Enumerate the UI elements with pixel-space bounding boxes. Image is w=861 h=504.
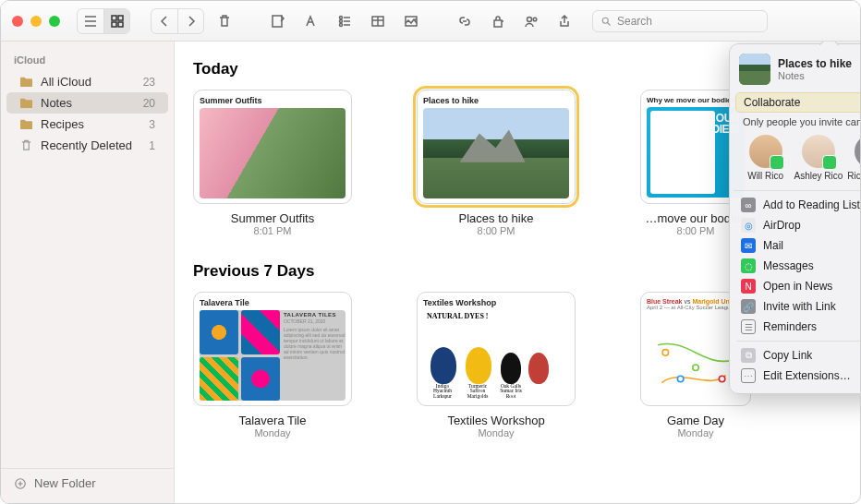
share-title: Places to hike <box>778 57 852 70</box>
avatar <box>749 135 782 168</box>
card-title: Talavera Tile <box>193 414 352 427</box>
plus-circle-icon <box>14 477 27 490</box>
search-field[interactable]: Search <box>592 10 768 32</box>
share-action-messages[interactable]: ◌Messages <box>730 256 860 276</box>
thumb-image <box>423 108 569 198</box>
gallery-view-button[interactable] <box>103 9 129 33</box>
svg-rect-3 <box>118 22 123 27</box>
lock-button[interactable] <box>485 9 511 33</box>
thumb-image <box>200 108 346 198</box>
sidebar-item-notes[interactable]: Notes 20 <box>6 92 168 114</box>
sidebar-item-label: All iCloud <box>41 75 91 89</box>
copy-link-icon: ⧉ <box>741 348 756 363</box>
checklist-button[interactable] <box>332 9 358 33</box>
more-icon: ⋯ <box>741 368 756 383</box>
folder-icon <box>19 118 33 130</box>
person-name: Ashley Rico <box>794 171 843 181</box>
notes-window: Search iCloud All iCloud 23 Notes 20 Rec… <box>0 0 861 504</box>
svg-point-18 <box>677 376 684 382</box>
share-mode-label: Collaborate <box>744 96 800 109</box>
sidebar-item-count: 23 <box>143 76 155 89</box>
share-edit-extensions[interactable]: ⋯Edit Extensions… <box>730 366 860 386</box>
svg-rect-4 <box>273 16 282 27</box>
avatar <box>802 135 835 168</box>
glasses-icon: ∞ <box>741 198 756 212</box>
share-person[interactable]: Rico Family <box>846 135 860 181</box>
sidebar-item-label: Recipes <box>41 117 84 131</box>
view-mode-group <box>77 8 130 34</box>
card-time: 8:01 PM <box>193 225 352 236</box>
svg-point-17 <box>719 376 725 382</box>
thumb-title: Textiles Workshop <box>423 298 569 307</box>
share-permission-row[interactable]: Only people you invite can edit › <box>730 113 860 135</box>
new-folder-button[interactable]: New Folder <box>1 468 174 498</box>
sidebar-item-recently-deleted[interactable]: Recently Deleted 1 <box>6 135 168 156</box>
share-action-mail[interactable]: ✉Mail <box>730 235 860 256</box>
card-title: Summer Outfits <box>193 211 352 225</box>
sidebar-item-all-icloud[interactable]: All iCloud 23 <box>6 71 168 92</box>
sidebar-section-label: iCloud <box>1 51 174 71</box>
thumb-image: NATURAL DYES ! Indigo Hyacinth Larkspur … <box>423 310 569 401</box>
folder-icon <box>19 76 33 88</box>
sidebar-item-label: Recently Deleted <box>41 138 132 152</box>
avatar <box>855 135 860 168</box>
note-card[interactable]: Places to hike Places to hike 8:00 PM <box>417 90 576 236</box>
svg-rect-0 <box>112 16 116 20</box>
share-button[interactable] <box>552 9 577 33</box>
share-person[interactable]: Will Rico <box>741 135 791 181</box>
sidebar-item-count: 3 <box>149 118 155 131</box>
card-title: Places to hike <box>417 211 576 225</box>
fullscreen-window-icon[interactable] <box>49 16 60 27</box>
table-button[interactable] <box>365 9 391 33</box>
note-card[interactable]: Textiles Workshop NATURAL DYES ! Indigo … <box>417 292 576 438</box>
search-icon <box>600 16 612 27</box>
airdrop-icon: ◎ <box>741 218 756 233</box>
new-folder-label: New Folder <box>34 476 95 490</box>
new-note-button[interactable] <box>265 9 291 33</box>
share-mode-selector[interactable]: Collaborate ⌃⌄ <box>735 92 860 113</box>
media-button[interactable] <box>398 9 424 33</box>
svg-point-11 <box>528 17 532 21</box>
thumb-image: TALAVERA TILESOCTOBER 21, 2020Lorem ipsu… <box>200 310 346 401</box>
share-action-reminders[interactable]: ☰Reminders <box>730 317 860 337</box>
note-card[interactable]: Summer Outfits Summer Outfits 8:01 PM <box>193 90 352 236</box>
share-action-reading-list[interactable]: ∞Add to Reading List <box>730 195 860 215</box>
share-person[interactable]: Ashley Rico <box>794 135 843 181</box>
list-view-button[interactable] <box>78 9 103 33</box>
link-button[interactable] <box>452 9 478 33</box>
sidebar: iCloud All iCloud 23 Notes 20 Recipes 3 … <box>1 42 175 503</box>
svg-point-12 <box>533 18 537 21</box>
sidebar-item-count: 20 <box>143 97 155 110</box>
person-name: Will Rico <box>741 171 791 181</box>
folder-icon <box>19 97 33 109</box>
close-window-icon[interactable] <box>12 16 23 27</box>
card-time: Monday <box>640 427 751 438</box>
delete-button[interactable] <box>212 9 237 33</box>
svg-point-13 <box>602 18 608 23</box>
thumb-title: Talavera Tile <box>200 298 346 307</box>
share-action-news[interactable]: NOpen in News <box>730 276 860 296</box>
svg-point-7 <box>340 23 343 26</box>
svg-rect-2 <box>112 22 116 27</box>
share-subtitle: Notes <box>778 70 852 81</box>
minimize-window-icon[interactable] <box>30 16 42 27</box>
share-action-invite-link[interactable]: 🔗Invite with Link <box>730 296 860 317</box>
format-button[interactable] <box>298 9 324 33</box>
forward-button[interactable] <box>177 9 203 33</box>
collaborate-button[interactable] <box>518 9 544 33</box>
share-note-thumb <box>739 54 770 85</box>
svg-point-15 <box>662 350 669 356</box>
sidebar-item-recipes[interactable]: Recipes 3 <box>6 114 168 135</box>
sidebar-item-count: 1 <box>149 139 155 152</box>
messages-icon: ◌ <box>741 258 756 273</box>
share-action-airdrop[interactable]: ◎AirDrop <box>730 215 860 235</box>
search-placeholder: Search <box>617 15 652 28</box>
share-copy-link[interactable]: ⧉Copy Link <box>730 345 860 366</box>
person-name: Rico Family <box>846 171 860 181</box>
mail-icon: ✉ <box>741 238 756 253</box>
thumb-title: Summer Outfits <box>200 96 346 105</box>
sidebar-item-label: Notes <box>41 96 72 110</box>
news-icon: N <box>741 279 756 294</box>
back-button[interactable] <box>152 9 177 33</box>
note-card[interactable]: Talavera Tile TALAVERA TILESOCTOBER 21, … <box>193 292 352 438</box>
